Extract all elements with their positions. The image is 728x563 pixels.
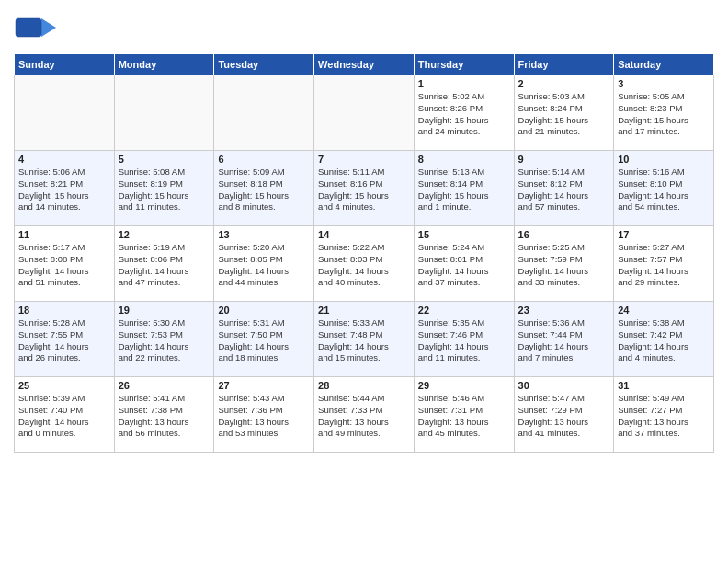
calendar-cell: 9Sunrise: 5:14 AM Sunset: 8:12 PM Daylig… [514, 151, 614, 226]
day-of-week-header: Friday [514, 54, 614, 75]
day-info: Sunrise: 5:06 AM Sunset: 8:21 PM Dayligh… [18, 167, 110, 213]
day-number: 16 [518, 229, 610, 240]
svg-marker-1 [41, 18, 56, 37]
day-of-week-header: Tuesday [214, 54, 314, 75]
day-info: Sunrise: 5:47 AM Sunset: 7:29 PM Dayligh… [518, 393, 610, 440]
day-number: 4 [18, 154, 110, 165]
day-of-week-header: Sunday [15, 54, 115, 75]
day-number: 10 [618, 154, 710, 165]
day-number: 22 [418, 304, 510, 316]
logo [14, 9, 63, 46]
calendar-cell: 20Sunrise: 5:31 AM Sunset: 7:50 PM Dayli… [214, 302, 314, 377]
day-number: 14 [318, 229, 410, 240]
day-number: 1 [418, 78, 510, 89]
day-number: 17 [618, 229, 710, 240]
day-number: 27 [218, 380, 310, 391]
day-number: 18 [18, 304, 110, 316]
calendar-cell [214, 75, 314, 151]
day-number: 3 [618, 78, 710, 89]
calendar-cell: 25Sunrise: 5:39 AM Sunset: 7:40 PM Dayli… [15, 377, 115, 453]
calendar-week-row: 1Sunrise: 5:02 AM Sunset: 8:26 PM Daylig… [15, 75, 714, 151]
calendar-cell: 3Sunrise: 5:05 AM Sunset: 8:23 PM Daylig… [614, 75, 714, 151]
day-info: Sunrise: 5:09 AM Sunset: 8:18 PM Dayligh… [218, 167, 310, 213]
day-number: 19 [119, 304, 210, 316]
day-number: 8 [418, 154, 510, 165]
day-number: 20 [218, 304, 310, 316]
calendar-cell: 27Sunrise: 5:43 AM Sunset: 7:36 PM Dayli… [214, 377, 314, 453]
calendar-cell [114, 75, 214, 151]
day-info: Sunrise: 5:49 AM Sunset: 7:27 PM Dayligh… [618, 393, 710, 440]
day-of-week-header: Wednesday [314, 54, 415, 75]
calendar-cell: 8Sunrise: 5:13 AM Sunset: 8:14 PM Daylig… [414, 151, 514, 226]
calendar-cell: 14Sunrise: 5:22 AM Sunset: 8:03 PM Dayli… [314, 226, 415, 302]
day-info: Sunrise: 5:24 AM Sunset: 8:01 PM Dayligh… [418, 242, 510, 289]
calendar: SundayMondayTuesdayWednesdayThursdayFrid… [14, 53, 714, 453]
calendar-cell: 5Sunrise: 5:08 AM Sunset: 8:19 PM Daylig… [114, 151, 214, 226]
calendar-week-row: 11Sunrise: 5:17 AM Sunset: 8:08 PM Dayli… [15, 226, 714, 302]
day-number: 25 [18, 380, 110, 391]
calendar-cell: 23Sunrise: 5:36 AM Sunset: 7:44 PM Dayli… [514, 302, 614, 377]
day-info: Sunrise: 5:17 AM Sunset: 8:08 PM Dayligh… [18, 242, 110, 289]
day-info: Sunrise: 5:03 AM Sunset: 8:24 PM Dayligh… [518, 91, 610, 138]
calendar-cell [314, 75, 415, 151]
day-info: Sunrise: 5:28 AM Sunset: 7:55 PM Dayligh… [18, 317, 110, 364]
day-info: Sunrise: 5:02 AM Sunset: 8:26 PM Dayligh… [418, 91, 510, 138]
day-info: Sunrise: 5:11 AM Sunset: 8:16 PM Dayligh… [318, 167, 410, 213]
calendar-cell: 2Sunrise: 5:03 AM Sunset: 8:24 PM Daylig… [514, 75, 614, 151]
day-info: Sunrise: 5:13 AM Sunset: 8:14 PM Dayligh… [418, 167, 510, 213]
day-info: Sunrise: 5:25 AM Sunset: 7:59 PM Dayligh… [518, 242, 610, 289]
day-info: Sunrise: 5:35 AM Sunset: 7:46 PM Dayligh… [418, 317, 510, 364]
day-number: 12 [119, 229, 210, 240]
day-number: 28 [318, 380, 410, 391]
calendar-cell: 7Sunrise: 5:11 AM Sunset: 8:16 PM Daylig… [314, 151, 415, 226]
calendar-cell: 18Sunrise: 5:28 AM Sunset: 7:55 PM Dayli… [15, 302, 115, 377]
day-number: 29 [418, 380, 510, 391]
day-info: Sunrise: 5:33 AM Sunset: 7:48 PM Dayligh… [318, 317, 410, 364]
calendar-cell: 24Sunrise: 5:38 AM Sunset: 7:42 PM Dayli… [614, 302, 714, 377]
calendar-cell: 12Sunrise: 5:19 AM Sunset: 8:06 PM Dayli… [114, 226, 214, 302]
day-number: 7 [318, 154, 410, 165]
day-number: 31 [618, 380, 710, 391]
calendar-cell: 1Sunrise: 5:02 AM Sunset: 8:26 PM Daylig… [414, 75, 514, 151]
day-number: 13 [218, 229, 310, 240]
svg-rect-0 [16, 18, 41, 37]
calendar-header-row: SundayMondayTuesdayWednesdayThursdayFrid… [15, 54, 714, 75]
day-number: 11 [18, 229, 110, 240]
day-info: Sunrise: 5:39 AM Sunset: 7:40 PM Dayligh… [18, 393, 110, 440]
day-info: Sunrise: 5:43 AM Sunset: 7:36 PM Dayligh… [218, 393, 310, 440]
day-info: Sunrise: 5:46 AM Sunset: 7:31 PM Dayligh… [418, 393, 510, 440]
calendar-cell: 30Sunrise: 5:47 AM Sunset: 7:29 PM Dayli… [514, 377, 614, 453]
day-info: Sunrise: 5:08 AM Sunset: 8:19 PM Dayligh… [119, 167, 210, 213]
day-number: 5 [119, 154, 210, 165]
calendar-week-row: 25Sunrise: 5:39 AM Sunset: 7:40 PM Dayli… [15, 377, 714, 453]
day-info: Sunrise: 5:19 AM Sunset: 8:06 PM Dayligh… [119, 242, 210, 289]
day-info: Sunrise: 5:38 AM Sunset: 7:42 PM Dayligh… [618, 317, 710, 364]
calendar-cell: 4Sunrise: 5:06 AM Sunset: 8:21 PM Daylig… [15, 151, 115, 226]
day-number: 24 [618, 304, 710, 316]
calendar-cell: 19Sunrise: 5:30 AM Sunset: 7:53 PM Dayli… [114, 302, 214, 377]
day-info: Sunrise: 5:30 AM Sunset: 7:53 PM Dayligh… [119, 317, 210, 364]
logo-icon [14, 9, 60, 46]
calendar-cell [15, 75, 115, 151]
day-number: 9 [518, 154, 610, 165]
calendar-cell: 22Sunrise: 5:35 AM Sunset: 7:46 PM Dayli… [414, 302, 514, 377]
calendar-cell: 10Sunrise: 5:16 AM Sunset: 8:10 PM Dayli… [614, 151, 714, 226]
day-info: Sunrise: 5:36 AM Sunset: 7:44 PM Dayligh… [518, 317, 610, 364]
calendar-week-row: 4Sunrise: 5:06 AM Sunset: 8:21 PM Daylig… [15, 151, 714, 226]
calendar-cell: 29Sunrise: 5:46 AM Sunset: 7:31 PM Dayli… [414, 377, 514, 453]
day-info: Sunrise: 5:14 AM Sunset: 8:12 PM Dayligh… [518, 167, 610, 213]
calendar-cell: 11Sunrise: 5:17 AM Sunset: 8:08 PM Dayli… [15, 226, 115, 302]
calendar-cell: 15Sunrise: 5:24 AM Sunset: 8:01 PM Dayli… [414, 226, 514, 302]
calendar-cell: 16Sunrise: 5:25 AM Sunset: 7:59 PM Dayli… [514, 226, 614, 302]
day-of-week-header: Saturday [614, 54, 714, 75]
day-info: Sunrise: 5:27 AM Sunset: 7:57 PM Dayligh… [618, 242, 710, 289]
calendar-cell: 26Sunrise: 5:41 AM Sunset: 7:38 PM Dayli… [114, 377, 214, 453]
day-number: 6 [218, 154, 310, 165]
calendar-cell: 21Sunrise: 5:33 AM Sunset: 7:48 PM Dayli… [314, 302, 415, 377]
header [14, 9, 714, 46]
day-info: Sunrise: 5:41 AM Sunset: 7:38 PM Dayligh… [119, 393, 210, 440]
day-number: 15 [418, 229, 510, 240]
day-number: 23 [518, 304, 610, 316]
calendar-week-row: 18Sunrise: 5:28 AM Sunset: 7:55 PM Dayli… [15, 302, 714, 377]
calendar-cell: 6Sunrise: 5:09 AM Sunset: 8:18 PM Daylig… [214, 151, 314, 226]
